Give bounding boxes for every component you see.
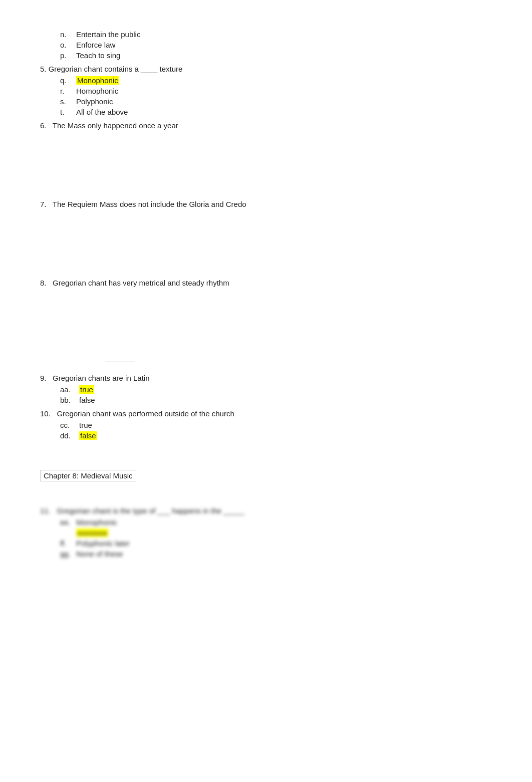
line — [105, 362, 135, 362]
question-7-text: The Requiem Mass does not include the Gl… — [53, 200, 246, 208]
question-8-text: Gregorian chant has very metrical and st… — [53, 279, 229, 287]
short-line-decoration — [105, 357, 492, 366]
option-bb-label: bb. — [60, 396, 79, 404]
option-o: o. Enforce law — [60, 41, 492, 49]
option-bb-text: false — [79, 396, 95, 404]
blurred-gg-text: None of these — [76, 550, 123, 558]
option-r: r. Homophonic — [60, 87, 492, 95]
option-dd: dd. false — [60, 431, 492, 440]
option-p-text: Teach to sing — [76, 51, 120, 60]
blurred-section: 11. Gregorian chant is the type of ___ h… — [40, 506, 492, 558]
option-r-label: r. — [60, 87, 76, 95]
continuation-options: n. Entertain the public o. Enforce law p… — [40, 30, 492, 60]
question-7-number: 7. — [40, 200, 47, 208]
blurred-question-number: 11. — [40, 506, 51, 515]
gap-after-q8 — [40, 292, 492, 357]
question-5-section: 5. Gregorian chant contains a ____ textu… — [40, 65, 492, 116]
question-5-options: q. Monophonic r. Homophonic s. Polyphoni… — [60, 76, 492, 116]
gap-after-chapter — [40, 491, 492, 501]
question-9-options: aa. true bb. false — [60, 385, 492, 404]
option-cc-text: true — [79, 421, 92, 429]
option-cc: cc. true — [60, 421, 492, 429]
option-t-text: All of the above — [76, 108, 128, 116]
option-o-label: o. — [60, 41, 76, 49]
options-list-nop: n. Entertain the public o. Enforce law p… — [60, 30, 492, 60]
question-8-section: 8. Gregorian chant has very metrical and… — [40, 279, 492, 287]
option-r-text: Homophonic — [76, 87, 118, 95]
blurred-ee-text: Monophonic — [76, 518, 117, 527]
option-bb: bb. false — [60, 396, 492, 404]
question-7: 7. The Requiem Mass does not include the… — [40, 200, 492, 208]
blurred-option-gg: gg. None of these — [60, 550, 492, 558]
option-aa-text: true — [79, 385, 94, 394]
chapter-heading: Chapter 8: Medieval Music — [40, 455, 492, 491]
option-cc-label: cc. — [60, 421, 79, 429]
question-8: 8. Gregorian chant has very metrical and… — [40, 279, 492, 287]
question-6-number: 6. — [40, 121, 47, 130]
blurred-ee-label: ee. — [60, 518, 76, 527]
blurred-gg-label: gg. — [60, 550, 76, 558]
blurred-highlighted-text: xxxxxxxx — [76, 529, 108, 537]
gap-before-chapter — [40, 445, 492, 455]
option-n: n. Entertain the public — [60, 30, 492, 39]
blurred-question-text: Gregorian chant is the type of ___ happe… — [57, 506, 244, 515]
question-7-section: 7. The Requiem Mass does not include the… — [40, 200, 492, 208]
option-aa-label: aa. — [60, 385, 79, 394]
gap-after-q6 — [40, 135, 492, 200]
option-dd-text: false — [79, 431, 97, 440]
chapter-heading-text: Chapter 8: Medieval Music — [40, 470, 136, 481]
question-6-section: 6. The Mass only happened once a year — [40, 121, 492, 130]
option-n-label: n. — [60, 30, 76, 39]
question-8-number: 8. — [40, 279, 47, 287]
question-10-section: 10. Gregorian chant was performed outsid… — [40, 409, 492, 440]
question-10: 10. Gregorian chant was performed outsid… — [40, 409, 492, 418]
option-s-label: s. — [60, 97, 76, 106]
question-9-number: 9. — [40, 374, 47, 382]
question-5: 5. Gregorian chant contains a ____ textu… — [40, 65, 492, 73]
option-q-label: q. — [60, 76, 76, 85]
gap-after-q7 — [40, 213, 492, 279]
option-dd-label: dd. — [60, 431, 79, 440]
blurred-ff-text: Polyphonic later — [76, 539, 130, 548]
blurred-option-highlighted: xxxxxxxx — [60, 529, 492, 537]
blurred-inner: 11. Gregorian chant is the type of ___ h… — [40, 506, 492, 558]
question-10-number: 10. — [40, 409, 51, 418]
question-10-options: cc. true dd. false — [60, 421, 492, 440]
option-q: q. Monophonic — [60, 76, 492, 85]
question-9-text: Gregorian chants are in Latin — [53, 374, 149, 382]
option-aa: aa. true — [60, 385, 492, 394]
option-n-text: Entertain the public — [76, 30, 140, 39]
question-5-text: Gregorian chant contains a ____ texture — [49, 65, 183, 73]
blurred-option-ff: ff. Polyphonic later — [60, 539, 492, 548]
blurred-option-ee: ee. Monophonic — [60, 518, 492, 527]
question-6: 6. The Mass only happened once a year — [40, 121, 492, 130]
question-9: 9. Gregorian chants are in Latin — [40, 374, 492, 382]
option-p: p. Teach to sing — [60, 51, 492, 60]
option-t: t. All of the above — [60, 108, 492, 116]
question-5-number: 5. — [40, 65, 47, 73]
option-p-label: p. — [60, 51, 76, 60]
option-t-label: t. — [60, 108, 76, 116]
option-o-text: Enforce law — [76, 41, 115, 49]
question-9-section: 9. Gregorian chants are in Latin aa. tru… — [40, 374, 492, 404]
option-q-text: Monophonic — [76, 76, 119, 85]
blurred-ff-label: ff. — [60, 539, 76, 548]
question-6-text: The Mass only happened once a year — [53, 121, 178, 130]
option-s: s. Polyphonic — [60, 97, 492, 106]
blurred-question: 11. Gregorian chant is the type of ___ h… — [40, 506, 492, 515]
question-10-text: Gregorian chant was performed outside of… — [57, 409, 234, 418]
option-s-text: Polyphonic — [76, 97, 113, 106]
blurred-options: ee. Monophonic xxxxxxxx ff. Polyphonic l… — [60, 518, 492, 558]
